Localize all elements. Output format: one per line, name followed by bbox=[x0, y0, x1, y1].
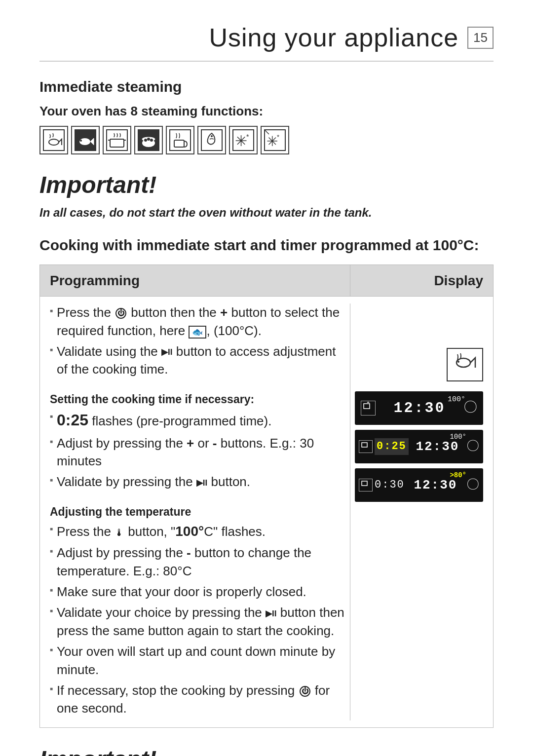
step-10: ■ Your oven will start up and count down… bbox=[50, 643, 345, 679]
svg-text:✳: ✳ bbox=[235, 133, 247, 149]
svg-point-13 bbox=[144, 139, 147, 142]
power-btn-icon-2: ⏻ bbox=[300, 686, 310, 697]
programming-table: Programming Display ■ Press the ⏻ button… bbox=[39, 265, 494, 728]
col-programming-header: Programming bbox=[40, 265, 350, 296]
important-subtitle-1: In all cases, do not start the oven with… bbox=[39, 204, 494, 221]
important-title-1: Important! bbox=[39, 168, 494, 201]
display-1 bbox=[447, 348, 483, 385]
page-title: Using your appliance bbox=[209, 20, 458, 56]
svg-rect-31 bbox=[362, 481, 367, 486]
steam-icon-3 bbox=[103, 126, 131, 154]
thermometer-icon: 🌡 bbox=[114, 527, 124, 538]
page-number: 15 bbox=[467, 27, 494, 48]
svg-text:✳: ✳ bbox=[266, 134, 278, 149]
steam-icon-2 bbox=[71, 126, 100, 154]
display-4-temp-flash: >80° bbox=[450, 471, 466, 481]
display-2-icon bbox=[361, 401, 376, 415]
svg-point-28 bbox=[457, 361, 459, 363]
steam-icon-8: ✳ * bbox=[261, 126, 289, 154]
table-header: Programming Display bbox=[40, 265, 493, 297]
step-3: ■ 0:25 flashes (pre-programmed time). bbox=[50, 409, 345, 431]
svg-rect-29 bbox=[364, 404, 370, 409]
steam-icon-6 bbox=[197, 126, 226, 154]
svg-point-4 bbox=[80, 140, 82, 142]
svg-rect-30 bbox=[362, 443, 367, 447]
svg-point-19 bbox=[211, 135, 213, 137]
table-footer bbox=[40, 720, 493, 727]
fish-function-icon: 🐟 bbox=[189, 326, 206, 339]
display-4-small-time: 0:30 bbox=[375, 478, 405, 493]
display-3-icon bbox=[359, 440, 373, 454]
svg-text:*: * bbox=[246, 133, 249, 141]
programming-column: ■ Press the ⏻ button then the + button t… bbox=[50, 303, 345, 720]
steam-icon-4 bbox=[134, 126, 163, 154]
step-9: ■ Validate your choice by pressing the ▶… bbox=[50, 604, 345, 640]
display-4: 0:30 12:30 >80° 〇 bbox=[355, 468, 483, 502]
oven-functions-label: Your oven has 8 steaming functions: bbox=[39, 102, 494, 120]
power-btn-icon: ⏻ bbox=[115, 308, 126, 319]
step-11: ■ If necessary, stop the cooking by pres… bbox=[50, 681, 345, 718]
display-4-icon bbox=[359, 479, 373, 492]
table-body: ■ Press the ⏻ button then the + button t… bbox=[40, 297, 493, 720]
page-header: Using your appliance 15 bbox=[39, 20, 494, 62]
step-5: ■ Validate by pressing the ▶II button. bbox=[50, 473, 345, 491]
steaming-icons-row: ✳ * ✳ * bbox=[39, 126, 494, 154]
col-display-header: Display bbox=[350, 265, 493, 296]
display-3-flash-time: 0:25 bbox=[375, 438, 409, 455]
adjusting-temperature-label: Adjusting the temperature bbox=[50, 504, 345, 520]
important-title-2: Important! bbox=[39, 743, 494, 756]
pre-programmed-time: 0:25 bbox=[57, 411, 88, 429]
display-2: 12:30 100° 〇 bbox=[355, 391, 483, 425]
display-3-swirl: 〇 bbox=[466, 438, 479, 455]
immediate-steaming-heading: Immediate steaming bbox=[39, 76, 494, 97]
display-column: 12:30 100° 〇 0:25 12:30 100° 〇 bbox=[350, 303, 483, 720]
fish-display-icon bbox=[447, 348, 483, 381]
svg-point-14 bbox=[147, 138, 150, 141]
steam-icon-5 bbox=[166, 126, 194, 154]
svg-point-27 bbox=[457, 358, 470, 367]
step-1: ■ Press the ⏻ button then the + button t… bbox=[50, 303, 345, 340]
step-7: ■ Adjust by pressing the - button to cha… bbox=[50, 544, 345, 580]
display-2-time: 12:30 bbox=[393, 398, 445, 418]
svg-point-3 bbox=[79, 138, 90, 145]
page: Using your appliance 15 Immediate steami… bbox=[0, 0, 533, 756]
svg-text:*: * bbox=[277, 133, 279, 141]
cooking-heading: Cooking with immediate start and timer p… bbox=[39, 235, 494, 256]
display-4-swirl: 〇 bbox=[466, 476, 479, 494]
step-6: ■ Press the 🌡 button, "100°C" flashes. bbox=[50, 522, 345, 541]
setting-cooking-time-label: Setting the cooking time if necessary: bbox=[50, 391, 345, 407]
steam-icon-7: ✳ * bbox=[229, 126, 258, 154]
display-3-temp: 100° bbox=[450, 432, 466, 442]
step-8: ■ Make sure that your door is properly c… bbox=[50, 583, 345, 601]
steam-icon-1 bbox=[39, 126, 68, 154]
play-pause-icon-2: ▶II bbox=[196, 477, 207, 489]
step-2: ■ Validate using the ▶II button to acces… bbox=[50, 342, 345, 378]
play-pause-icon-3: ▶II bbox=[266, 608, 276, 620]
step-4: ■ Adjust by pressing the + or - buttons.… bbox=[50, 434, 345, 470]
play-pause-icon: ▶II bbox=[161, 346, 172, 358]
display-2-swirl: 〇 bbox=[463, 398, 477, 417]
svg-point-15 bbox=[150, 139, 153, 142]
display-2-temp: 100° bbox=[448, 394, 465, 405]
display-3: 0:25 12:30 100° 〇 bbox=[355, 430, 483, 463]
